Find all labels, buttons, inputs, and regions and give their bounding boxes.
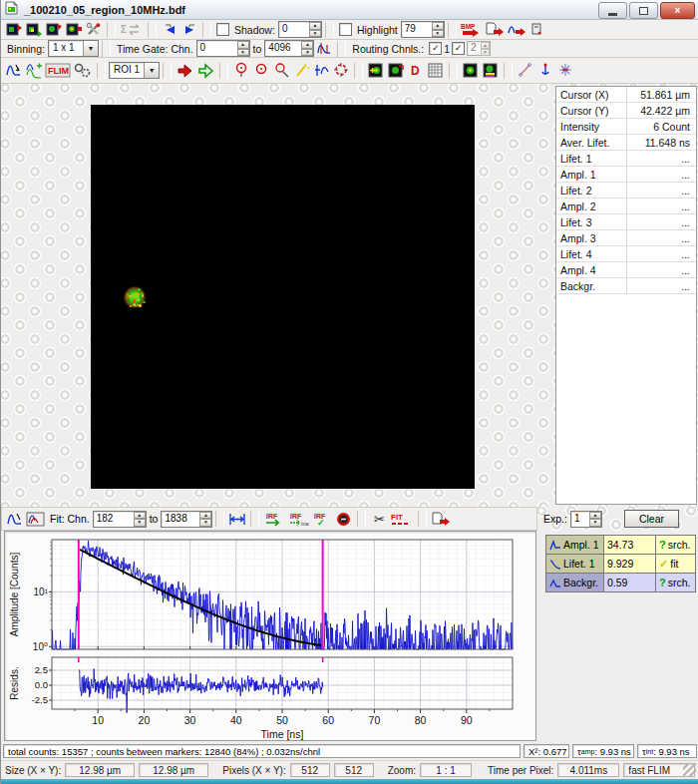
time-gate-curve-icon[interactable] bbox=[315, 40, 333, 58]
image-copy-icon[interactable] bbox=[387, 62, 405, 80]
target-icon[interactable] bbox=[332, 62, 350, 80]
highlight-spinner[interactable]: 79▲▼ bbox=[401, 21, 445, 38]
fit-settings-icon[interactable]: ✂ bbox=[370, 510, 388, 528]
info-row: Intensity6 Count bbox=[556, 119, 696, 135]
blob-speckle bbox=[141, 292, 144, 295]
next-frame-icon[interactable] bbox=[180, 21, 198, 39]
export-data-icon[interactable] bbox=[485, 21, 505, 39]
settings-tools-icon[interactable] bbox=[85, 21, 103, 39]
intensity-image-icon[interactable] bbox=[462, 62, 480, 80]
stop-fit-icon[interactable] bbox=[335, 510, 353, 528]
spin-down-icon[interactable]: ▼ bbox=[432, 30, 444, 38]
anchor-point-icon[interactable] bbox=[536, 62, 554, 80]
adjust-trace-icon[interactable] bbox=[312, 62, 330, 80]
close-button[interactable]: × bbox=[660, 2, 695, 19]
fit-param-value[interactable]: 9.929 bbox=[604, 555, 656, 574]
fit-param-status: fit bbox=[670, 558, 678, 570]
crosshair-marker-icon[interactable] bbox=[556, 62, 574, 80]
decay-curve-icon[interactable] bbox=[6, 510, 24, 528]
blob-speckle bbox=[142, 301, 144, 303]
spin-down-icon[interactable]: ▼ bbox=[134, 519, 146, 527]
info-label: Aver. Lifet. bbox=[556, 135, 627, 150]
fit-to-value[interactable]: 1838 bbox=[162, 512, 199, 527]
gears-icon[interactable] bbox=[73, 62, 93, 80]
lifetime-image-icon[interactable] bbox=[482, 62, 500, 80]
irf-auto-icon[interactable]: IRFmax bbox=[287, 510, 309, 528]
spin-up-icon[interactable]: ▲ bbox=[589, 512, 601, 520]
spin-down-icon[interactable]: ▼ bbox=[301, 49, 313, 57]
circle-select-icon[interactable] bbox=[252, 62, 270, 80]
spin-down-icon[interactable]: ▼ bbox=[589, 519, 601, 527]
shadow-spinner[interactable]: 0▲▼ bbox=[278, 21, 322, 38]
routing-ch2-checkbox[interactable]: ✓ bbox=[452, 42, 465, 55]
highlight-checkbox[interactable] bbox=[339, 23, 352, 36]
chevron-down-icon[interactable]: ▼ bbox=[144, 63, 159, 78]
gate-from-spinner[interactable]: 0▲▼ bbox=[196, 40, 250, 57]
spin-up-icon[interactable]: ▲ bbox=[134, 512, 146, 520]
gate-to-spinner[interactable]: 4096▲▼ bbox=[264, 40, 314, 57]
resize-grip[interactable] bbox=[683, 763, 696, 776]
spin-down-icon[interactable]: ▼ bbox=[309, 30, 321, 38]
flim-icon[interactable]: FLIM bbox=[45, 62, 71, 80]
image-add-icon[interactable] bbox=[367, 62, 385, 80]
lasso-icon[interactable] bbox=[272, 62, 290, 80]
roi-select[interactable]: ROI 1▼ bbox=[109, 62, 160, 79]
export-bmp-icon[interactable]: BMP bbox=[461, 21, 483, 39]
export-curve-icon[interactable] bbox=[507, 21, 526, 39]
exp-value[interactable]: 1 bbox=[571, 512, 589, 527]
decay-and-residuals-chart[interactable]: 10203040506070809010¹10⁰2.50.0-2.5Amplit… bbox=[5, 532, 535, 740]
highlight-value[interactable]: 79 bbox=[402, 22, 432, 37]
restore-button[interactable] bbox=[629, 2, 658, 19]
clear-button[interactable]: Clear bbox=[624, 510, 679, 528]
fit-row-backgr[interactable]: Backgr. 0.59 ?srch. bbox=[546, 574, 696, 592]
svg-text:10: 10 bbox=[92, 714, 104, 726]
pixel-trace-icon[interactable] bbox=[5, 62, 23, 80]
irf-check-icon[interactable]: IRF✓ bbox=[311, 510, 333, 528]
draw-line-icon[interactable] bbox=[517, 62, 534, 80]
wand-icon[interactable] bbox=[292, 62, 310, 80]
shadow-value[interactable]: 0 bbox=[279, 22, 309, 37]
export-decay-icon[interactable] bbox=[431, 510, 451, 528]
spin-up-icon[interactable]: ▲ bbox=[199, 512, 211, 520]
fit-param-value[interactable]: 0.59 bbox=[604, 574, 656, 592]
apply-roi-red-icon[interactable] bbox=[175, 62, 194, 80]
binning-select[interactable]: 1 x 1▼ bbox=[48, 40, 99, 57]
spin-up-icon[interactable]: ▲ bbox=[301, 41, 313, 49]
flim-image-view[interactable] bbox=[91, 105, 475, 489]
image-window-4-icon[interactable] bbox=[65, 21, 83, 39]
spin-down-icon[interactable]: ▼ bbox=[199, 519, 211, 527]
fit-to-spinner[interactable]: 1838▲▼ bbox=[161, 511, 212, 528]
exp-spinner[interactable]: 1▲▼ bbox=[570, 511, 602, 528]
circle-select-drop-icon[interactable] bbox=[232, 62, 250, 80]
fit-row-ampl1[interactable]: Ampl. 1 34.73 ?srch. bbox=[546, 536, 696, 555]
fit-from-spinner[interactable]: 182▲▼ bbox=[93, 511, 147, 528]
minimize-button[interactable] bbox=[598, 2, 627, 19]
fit-param-value[interactable]: 34.73 bbox=[604, 536, 656, 555]
gate-from-value[interactable]: 0 bbox=[197, 41, 237, 56]
multi-trace-icon[interactable] bbox=[25, 62, 43, 80]
spin-up-icon[interactable]: ▲ bbox=[432, 22, 444, 30]
spin-up-icon[interactable]: ▲ bbox=[237, 41, 249, 49]
run-fit-icon[interactable]: FIT bbox=[390, 510, 414, 528]
irf-load-icon[interactable]: IRF bbox=[263, 510, 285, 528]
letter-d-icon[interactable]: D bbox=[407, 62, 425, 80]
routing-ch1-checkbox[interactable]: ✓ bbox=[429, 42, 442, 55]
spin-down-icon[interactable]: ▼ bbox=[237, 49, 249, 57]
image-window-3-icon[interactable] bbox=[45, 21, 63, 39]
svg-text:70: 70 bbox=[369, 714, 381, 726]
fit-from-value[interactable]: 182 bbox=[94, 512, 134, 527]
gate-to-value[interactable]: 4096 bbox=[265, 41, 301, 56]
trace-compare-icon[interactable] bbox=[26, 510, 46, 528]
image-window-1-icon[interactable] bbox=[5, 21, 23, 39]
image-window-2-icon[interactable] bbox=[25, 21, 43, 39]
spin-up-icon[interactable]: ▲ bbox=[309, 22, 321, 30]
svg-text:30: 30 bbox=[184, 714, 196, 726]
chevron-down-icon[interactable]: ▼ bbox=[83, 41, 98, 56]
print-icon[interactable] bbox=[528, 21, 546, 39]
fit-row-lifet1[interactable]: Lifet. 1 9.929 ✓fit bbox=[546, 555, 696, 574]
shadow-checkbox[interactable] bbox=[216, 23, 229, 36]
marker-span-icon[interactable] bbox=[228, 510, 246, 528]
previous-frame-icon[interactable] bbox=[161, 21, 178, 39]
hatch-mask-icon[interactable] bbox=[427, 62, 445, 80]
apply-roi-green-icon[interactable] bbox=[196, 62, 215, 80]
